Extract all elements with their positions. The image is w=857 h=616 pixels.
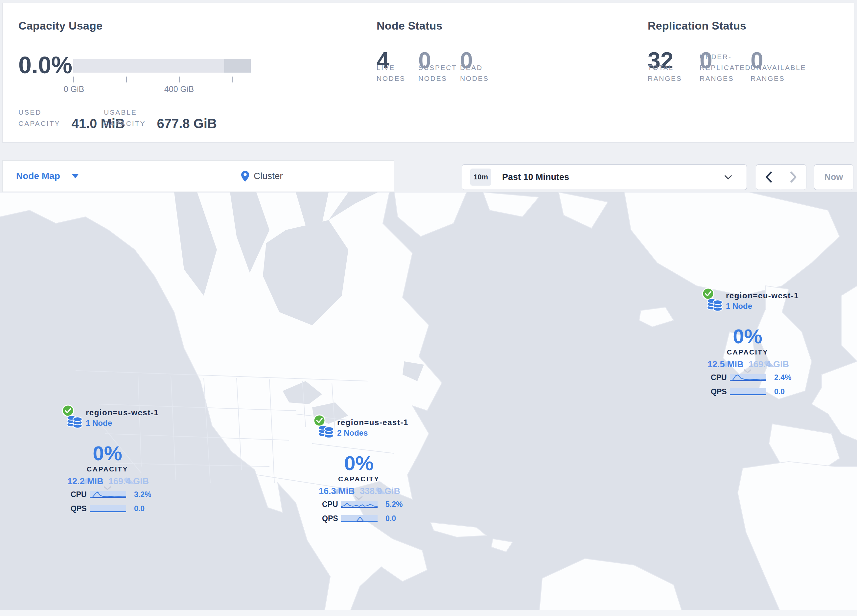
region-capacity-values: 16.3 MiB338.9 GiB xyxy=(319,486,400,496)
now-button[interactable]: Now xyxy=(814,164,853,190)
axis-label-400: 400 GiB xyxy=(164,85,194,94)
axis-tick xyxy=(179,77,180,82)
region-capacity-percent: 0% xyxy=(71,442,144,465)
cpu-row: CPU 2.4% xyxy=(711,373,791,382)
region-capacity-label: CAPACITY xyxy=(71,465,144,473)
region-capacity-values: 12.2 MiB169.4 GiB xyxy=(67,476,149,486)
time-range-dropdown[interactable]: 10m Past 10 Minutes xyxy=(462,164,747,190)
time-forward-button[interactable] xyxy=(781,165,806,190)
qps-row: QPS 0.0 xyxy=(322,514,396,523)
region-capacity-percent: 0% xyxy=(712,324,784,348)
region-title[interactable]: region=eu-west-1 xyxy=(726,291,799,300)
cpu-row: CPU 3.2% xyxy=(71,490,151,499)
region-capacity-label: CAPACITY xyxy=(323,475,395,483)
cluster-overview-card: Capacity Usage 0.0% 0 GiB 400 GiB USED C… xyxy=(2,3,854,143)
time-back-button[interactable] xyxy=(756,165,781,190)
axis-tick xyxy=(73,77,74,82)
breadcrumb[interactable]: Cluster xyxy=(241,161,283,191)
qps-sparkline xyxy=(730,388,766,395)
usable-capacity-value: 677.8 GiB xyxy=(157,117,217,130)
breadcrumb-label: Cluster xyxy=(254,171,283,181)
region-capacity-values: 12.5 MiB169.4 GiB xyxy=(707,360,789,370)
region-capacity-label: CAPACITY xyxy=(712,348,784,356)
usable-capacity-stat: USABLE CAPACITY 677.8 GiB xyxy=(104,107,217,129)
chevron-right-icon xyxy=(790,171,797,183)
unavailable-label: UNAVAILABLERANGES xyxy=(750,52,806,84)
capacity-bar-nonusable xyxy=(224,59,251,73)
region-marker-us-west-1[interactable]: region=us-west-1 1 Node 0% CAPACITY 12.2… xyxy=(62,403,163,522)
dead-nodes-label: DEADNODES xyxy=(460,52,489,84)
region-marker-us-east-1[interactable]: region=us-east-1 2 Nodes 0% CAPACITY 16.… xyxy=(313,413,415,531)
replication-status-title: Replication Status xyxy=(648,19,746,32)
view-mode-label: Node Map xyxy=(16,171,60,181)
now-button-label: Now xyxy=(825,172,843,182)
cpu-row: CPU 5.2% xyxy=(322,500,402,509)
capacity-bar: 0 GiB 400 GiB xyxy=(73,59,251,73)
time-pager xyxy=(756,164,806,190)
cpu-sparkline xyxy=(341,501,377,508)
region-title[interactable]: region=us-east-1 xyxy=(337,418,408,427)
qps-sparkline xyxy=(341,515,377,522)
region-capacity-percent: 0% xyxy=(323,451,395,475)
map-pin-icon xyxy=(241,171,249,182)
suspect-nodes-label: SUSPECTNODES xyxy=(418,52,457,84)
total-ranges-label: TOTALRANGES xyxy=(648,52,682,84)
capacity-usage-title: Capacity Usage xyxy=(19,19,102,32)
chevron-down-icon xyxy=(725,172,732,180)
node-status-title: Node Status xyxy=(377,19,442,32)
axis-label-zero: 0 GiB xyxy=(64,85,84,94)
time-range-badge: 10m xyxy=(470,168,491,185)
time-range-label: Past 10 Minutes xyxy=(502,172,569,182)
qps-row: QPS 0.0 xyxy=(71,504,145,513)
under-replicated-label: UNDER-REPLICATEDRANGES xyxy=(699,52,751,84)
view-mode-dropdown[interactable]: Node Map xyxy=(16,161,79,191)
qps-row: QPS 0.0 xyxy=(711,388,785,396)
region-marker-eu-west-1[interactable]: region=eu-west-1 1 Node 0% CAPACITY 12.5… xyxy=(702,287,803,405)
caret-down-icon xyxy=(72,174,79,178)
cpu-sparkline xyxy=(730,374,766,381)
axis-tick xyxy=(232,77,233,82)
chevron-left-icon xyxy=(765,171,772,183)
qps-sparkline xyxy=(90,505,126,512)
used-capacity-label: USED CAPACITY xyxy=(19,107,60,129)
usable-capacity-label: USABLE CAPACITY xyxy=(104,107,145,129)
live-nodes-label: LIVENODES xyxy=(377,52,405,84)
map-bottom-strip xyxy=(0,610,857,616)
capacity-percent: 0.0% xyxy=(19,52,72,79)
region-title[interactable]: region=us-west-1 xyxy=(86,408,159,417)
cpu-sparkline xyxy=(90,491,126,498)
capacity-bar-track xyxy=(73,59,251,73)
map-toolbar: Node Map Cluster xyxy=(2,160,394,192)
axis-tick xyxy=(126,77,127,82)
